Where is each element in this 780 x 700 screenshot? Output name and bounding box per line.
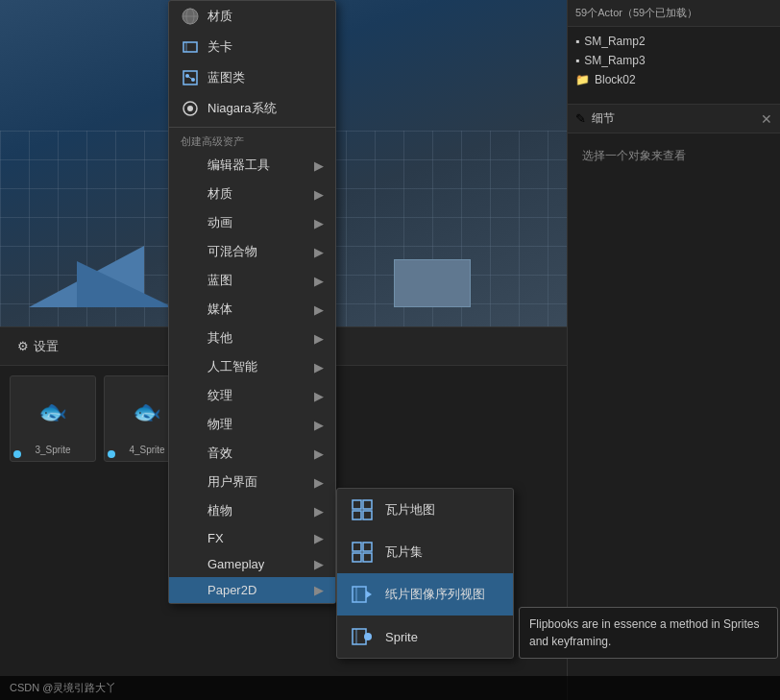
outliner-item-0[interactable]: ▪ SM_Ramp2 [568, 32, 780, 51]
outliner-label-1: SM_Ramp3 [584, 54, 645, 67]
details-placeholder-text: 选择一个对象来查看 [582, 149, 686, 162]
menu-item-materials[interactable]: 材质 ▶ [169, 180, 335, 208]
menu-item-ai[interactable]: 人工智能 ▶ [169, 352, 335, 381]
menu-item-editor-tools[interactable]: 编辑器工具 ▶ [169, 151, 335, 180]
sprite-label-1: 3_Sprite [35, 445, 70, 455]
arrow-icon-6: ▶ [314, 331, 324, 346]
menu-item-other[interactable]: 其他 ▶ [169, 324, 335, 352]
tileset-icon [349, 539, 376, 566]
media-label: 媒体 [207, 301, 232, 318]
watermark-text: CSDN @灵境引路大丫 [10, 681, 116, 695]
arrow-icon-3: ▶ [314, 245, 324, 259]
arrow-icon-13: ▶ [314, 531, 324, 545]
tileset-label: 瓦片集 [385, 543, 423, 561]
menu-item-ui[interactable]: 用户界面 ▶ [169, 468, 335, 496]
settings-button[interactable]: ⚙ 设置 [10, 334, 66, 359]
arrow-icon-15: ▶ [314, 583, 324, 597]
niagara-icon [181, 99, 200, 118]
materials-label: 材质 [207, 185, 232, 203]
details-header: ✎ 细节 ✕ [568, 105, 780, 133]
outliner-item-2[interactable]: 📁 Block02 [568, 70, 780, 89]
menu-item-foliage[interactable]: 植物 ▶ [169, 496, 335, 525]
submenu-item-tileset[interactable]: 瓦片集 [337, 531, 513, 573]
arrow-icon-0: ▶ [314, 158, 324, 173]
svg-rect-21 [353, 629, 366, 644]
animation-label: 动画 [207, 214, 232, 231]
menu-item-sound[interactable]: 音效 ▶ [169, 439, 335, 468]
sprite-label-2: 4_Sprite [129, 445, 164, 455]
submenu-item-sprite[interactable]: Sprite [337, 616, 513, 658]
outliner-label-0: SM_Ramp2 [584, 35, 645, 48]
svg-point-23 [364, 633, 372, 640]
outliner-status: 59个Actor（59个已加载） [568, 0, 780, 27]
gear-icon: ⚙ [17, 339, 29, 353]
arrow-icon-1: ▶ [314, 187, 324, 202]
menu-item-physics[interactable]: 物理 ▶ [169, 410, 335, 439]
details-panel: ✎ 细节 ✕ 选择一个对象来查看 [568, 104, 780, 179]
blueprint-icon [181, 68, 200, 87]
physics-label: 物理 [207, 416, 232, 433]
outliner-status-text: 59个Actor（59个已加载） [575, 6, 697, 20]
mesh-icon-1: ▪ [575, 54, 579, 67]
arrow-icon-5: ▶ [314, 302, 324, 317]
svg-rect-16 [363, 543, 372, 551]
svg-rect-3 [183, 42, 197, 52]
arrow-icon-7: ▶ [314, 360, 324, 374]
sprite-thumbnail-1[interactable]: 🐟 3_Sprite [10, 375, 96, 462]
svg-rect-13 [353, 511, 361, 519]
svg-line-8 [187, 76, 193, 80]
right-panel: 59个Actor（59个已加载） ▪ SM_Ramp2 ▪ SM_Ramp3 📁… [567, 0, 780, 700]
menu-item-paper2d[interactable]: Paper2D ▶ [169, 577, 335, 603]
menu-item-gameplay[interactable]: Gameplay ▶ [169, 551, 335, 577]
flipbook-label: 纸片图像序列视图 [385, 586, 485, 603]
editor-tools-label: 编辑器工具 [207, 157, 270, 174]
menu-item-blueprint[interactable]: 蓝图类 [169, 62, 335, 93]
svg-rect-14 [363, 511, 372, 519]
arrow-icon-4: ▶ [314, 274, 324, 288]
menu-item-animation[interactable]: 动画 ▶ [169, 208, 335, 237]
arrow-icon-10: ▶ [314, 447, 324, 461]
sprite-indicator-2 [108, 450, 115, 458]
tooltip: Flipbooks are in essence a method in Spr… [519, 607, 778, 659]
details-close-button[interactable]: ✕ [761, 111, 772, 127]
level-icon [181, 37, 200, 57]
svg-rect-17 [353, 553, 361, 562]
paper2d-submenu: 瓦片地图 瓦片集 纸片图像序列视图 [336, 488, 514, 659]
details-placeholder: 选择一个对象来查看 [568, 133, 780, 179]
menu-item-niagara[interactable]: Niagara系统 [169, 93, 335, 124]
menu-section-label: 创建高级资产 [169, 131, 335, 151]
outliner-label-2: Block02 [595, 73, 636, 86]
menu-item-texture[interactable]: 纹理 ▶ [169, 381, 335, 410]
menu-item-blueprint-sub[interactable]: 蓝图 ▶ [169, 266, 335, 295]
arrow-icon-14: ▶ [314, 557, 324, 571]
menu-item-blendable[interactable]: 可混合物 ▶ [169, 237, 335, 266]
submenu-item-flipbook[interactable]: 纸片图像序列视图 [337, 573, 513, 616]
submenu-item-tilemap[interactable]: 瓦片地图 [337, 489, 513, 531]
menu-item-level[interactable]: 关卡 [169, 32, 335, 62]
menu-item-material[interactable]: 材质 [169, 1, 335, 32]
sprite-indicator-1 [13, 450, 21, 458]
other-label: 其他 [207, 329, 232, 347]
arrow-icon-12: ▶ [314, 504, 324, 519]
outliner-list: ▪ SM_Ramp2 ▪ SM_Ramp3 📁 Block02 [568, 27, 780, 94]
ui-label: 用户界面 [207, 473, 257, 491]
arrow-icon-9: ▶ [314, 418, 324, 432]
sprite-icon [349, 623, 376, 650]
arrow-icon-8: ▶ [314, 389, 324, 403]
menu-item-media[interactable]: 媒体 ▶ [169, 295, 335, 324]
block-mesh [394, 259, 471, 307]
ai-label: 人工智能 [207, 358, 257, 375]
sphere-icon [181, 7, 200, 26]
watermark: CSDN @灵境引路大丫 [0, 676, 780, 700]
niagara-label: Niagara系统 [207, 100, 277, 117]
svg-rect-12 [363, 500, 372, 509]
settings-label: 设置 [34, 338, 59, 355]
sprite-image-1: 🐟 [24, 383, 82, 441]
tilemap-label: 瓦片地图 [385, 501, 435, 519]
texture-label: 纹理 [207, 387, 232, 404]
menu-item-fx[interactable]: FX ▶ [169, 525, 335, 551]
foliage-label: 植物 [207, 502, 232, 519]
pencil-icon: ✎ [575, 111, 586, 126]
paper2d-label: Paper2D [207, 583, 256, 597]
outliner-item-1[interactable]: ▪ SM_Ramp3 [568, 51, 780, 70]
